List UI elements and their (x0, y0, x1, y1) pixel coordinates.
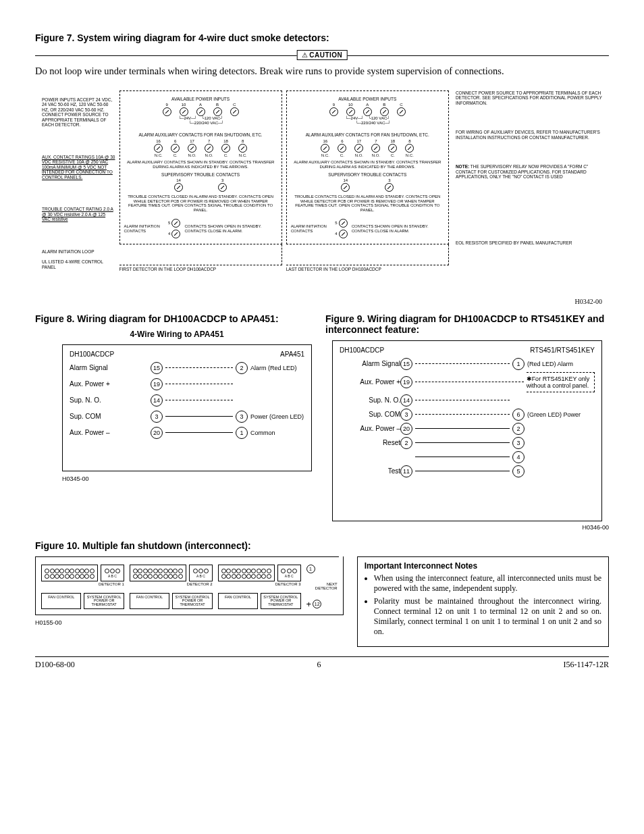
note-eol-resistor: EOL RESISTOR SPECIFIED BY PANEL MANUFACT… (456, 240, 602, 245)
caution-label: CAUTION (297, 50, 348, 60)
power-inputs-title: AVAILABLE POWER INPUTS (124, 97, 277, 101)
interconnect-note-1: When using the interconnect feature, all… (374, 573, 601, 594)
wiring-row: Sup. N. O.14 (70, 394, 304, 407)
figure-10-diagram: A B CDETECTOR 1FAN CONTROLSYSTEM CONTROL… (35, 556, 344, 627)
note-trouble-rating: TROUBLE CONTACT RATING 2.0 A @ 30 VDC re… (42, 207, 115, 221)
wiring-row: Aux. Power +19 (70, 378, 304, 390)
supervisory-title: SUPERVISORY TROUBLE CONTACTS (124, 172, 277, 177)
interconnect-notes-box: Important Interconnect Notes When using … (357, 556, 609, 647)
fig10-code: H0155-00 (35, 619, 344, 626)
next-detector-label: NEXT DETECTOR (306, 582, 338, 590)
footer-page-number: 6 (317, 660, 321, 670)
interconnect-note-2: Polarity must be maintained throughout t… (374, 596, 601, 637)
fig8-right-head: APA451 (280, 350, 304, 358)
note-alarm-loop: ALARM INITIATION LOOP (42, 249, 115, 254)
wiring-row: Aux. Power –201Common (70, 427, 304, 439)
figure-7-diagram: POWER INPUTS ACCEPT 24 VDC, 24 VAC 50-60… (35, 84, 609, 309)
fig7-last-detector: AVAILABLE POWER INPUTS 9 10 A B C └─24V─… (286, 90, 449, 296)
wiring-row: Aux. Power +19✱For RTS451KEY only withou… (340, 372, 595, 392)
fig9-code: H0346-00 (325, 524, 609, 531)
wiring-row: Alarm Signal152Alarm (Red LED) (70, 362, 304, 374)
note-aux-wiring: FOR WIRING OF AUXILIARY DEVICES, REFER T… (456, 130, 602, 140)
interconnect-pin-1: 1 (306, 565, 315, 573)
fig7-code: H0342-00 (42, 298, 602, 305)
figure-8-title: Figure 8. Wiring diagram for DH100ACDCP … (35, 313, 319, 324)
wiring-row: Sup. COM33Power (Green LED) (70, 411, 304, 423)
interconnect-pin-12: 12 (313, 600, 321, 608)
wiring-row: Reset23 (340, 437, 595, 449)
supervisory-note: TROUBLE CONTACTS CLOSED IN ALARM AND STA… (126, 194, 276, 212)
fig8-left-head: DH100ACDCP (70, 350, 114, 358)
footer-right: I56-1147-12R (563, 660, 609, 670)
note-control-panel: UL LISTED 4-WIRE CONTROL PANEL (42, 259, 115, 269)
wiring-row: Aux. Power –202 (340, 423, 595, 435)
detector-unit: A B CDETECTOR 2FAN CONTROLSYSTEM CONTROL… (130, 565, 213, 610)
note-power-inputs: POWER INPUTS ACCEPT 24 VDC, 24 VAC 50-60… (42, 97, 115, 128)
figure-7-title: Figure 7. System wiring diagram for 4-wi… (35, 32, 609, 43)
fig9-right-head: RTS451/RTS451KEY (530, 346, 595, 354)
figure-10-title: Figure 10. Multiple fan shutdown (interc… (35, 540, 609, 551)
note-aux-ratings: AUX. CONTACT RATINGS 10A @ 30 VDC RESIST… (42, 155, 115, 180)
fig8-code: H0345-00 (62, 475, 319, 482)
wiring-row: Sup. COM36(Green LED) Power (340, 409, 595, 421)
wiring-row: Test115 (340, 465, 595, 477)
fig7-left-notes: POWER INPUTS ACCEPT 24 VDC, 24 VAC 50-60… (42, 90, 115, 296)
detector-unit: A B CDETECTOR 3FAN CONTROLSYSTEM CONTROL… (218, 565, 301, 610)
first-detector-footer: FIRST DETECTOR IN THE LOOP DH100ACDCP (119, 267, 282, 271)
wiring-row: Alarm Signal151(Red LED) Alarm (340, 358, 595, 370)
figure-9-diagram: DH100ACDCP RTS451/RTS451KEY Alarm Signal… (332, 340, 602, 521)
fig7-right-notes: CONNECT POWER SOURCE TO APPROPRIATE TERM… (453, 90, 602, 296)
caution-text: Do not loop wire under terminals when wi… (35, 66, 609, 77)
alarm-aux-note: ALARM AUXILIARY CONTACTS SHOWN IN STANDB… (126, 160, 276, 169)
caution-divider: CAUTION (35, 55, 609, 56)
detector-unit: A B CDETECTOR 1FAN CONTROLSYSTEM CONTROL… (41, 565, 124, 610)
figure-8-diagram: DH100ACDCP APA451 Alarm Signal152Alarm (… (62, 344, 312, 471)
wiring-row: 4 (340, 451, 595, 463)
last-detector-footer: LAST DETECTOR IN THE LOOP DH100ACDCP (286, 267, 449, 271)
figure-9-column: Figure 9. Wiring diagram for DH100ACDCP … (325, 313, 609, 531)
interconnect-notes-title: Important Interconnect Notes (365, 561, 601, 571)
fig7-first-detector: AVAILABLE POWER INPUTS 9 10 A B C └─24V─… (119, 90, 282, 296)
alarm-aux-title: ALARM AUXILIARY CONTACTS FOR FAN SHUTDOW… (124, 132, 277, 137)
footer-left: D100-68-00 (35, 660, 75, 670)
alarm-init-note: CONTACTS SHOWN OPEN IN STANDBY. CONTACTS… (184, 224, 277, 234)
alarm-init-label: ALARM INITIATION CONTACTS (124, 224, 165, 234)
note-connect-power: CONNECT POWER SOURCE TO APPROPRIATE TERM… (456, 90, 602, 105)
figure-8-subtitle: 4-Wire Wiring to APA451 (35, 330, 319, 339)
page-footer: D100-68-00 6 I56-1147-12R (35, 656, 609, 670)
fig9-left-head: DH100ACDCP (340, 346, 384, 354)
figure-8-column: Figure 8. Wiring diagram for DH100ACDCP … (35, 313, 319, 531)
wiring-row: Sup. N. O.14 (340, 394, 595, 407)
figure-9-title: Figure 9. Wiring diagram for DH100ACDCP … (325, 313, 609, 335)
note-supervisory-relay: NOTE: THE SUPERVISORY RELAY NOW PROVIDES… (456, 164, 602, 179)
